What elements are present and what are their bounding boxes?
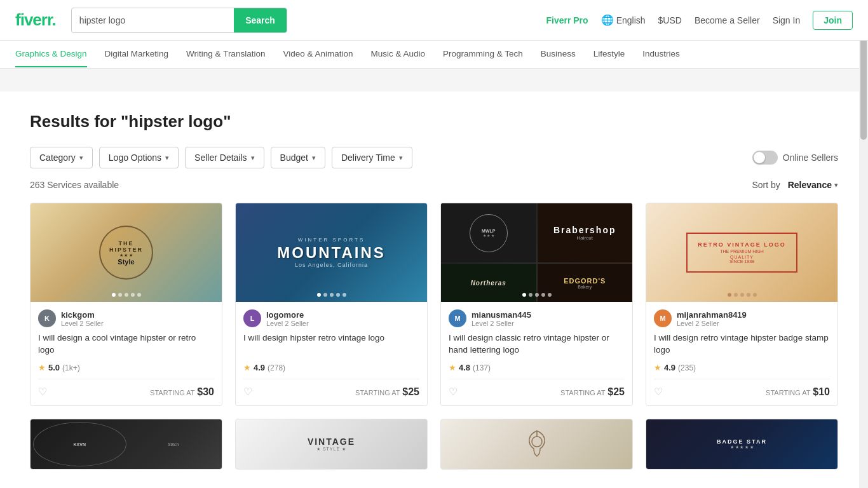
dot xyxy=(747,293,750,297)
language-selector[interactable]: 🌐 English xyxy=(601,14,646,26)
budget-filter[interactable]: Budget ▾ xyxy=(271,147,325,168)
sort-dropdown[interactable]: Sort by Relevance ▾ xyxy=(752,180,838,190)
svg-point-0 xyxy=(532,437,542,447)
online-sellers-toggle[interactable] xyxy=(752,151,778,165)
filters-row: Category ▾ Logo Options ▾ Seller Details… xyxy=(30,147,838,168)
dot xyxy=(734,293,738,297)
chevron-down-icon: ▾ xyxy=(165,154,169,162)
card-title: I will design classic retro vintage hips… xyxy=(449,332,625,356)
avatar: K xyxy=(38,309,56,327)
seller-info: M mianusman445 Level 2 Seller xyxy=(449,309,625,327)
seller-name[interactable]: kickgom xyxy=(61,310,104,320)
seller-info: M mijanrahman8419 Level 2 Seller xyxy=(654,309,830,327)
heart-icon[interactable]: ♡ xyxy=(243,386,252,398)
dot xyxy=(728,293,731,297)
rating-count: (137) xyxy=(473,363,491,372)
table-row[interactable]: THE HIPSTER ★ ★ ★ Style xyxy=(30,203,222,406)
results-count: 263 Services available xyxy=(30,180,119,190)
dot xyxy=(529,293,532,297)
currency-selector[interactable]: $USD xyxy=(658,15,682,25)
header: fiverr. Search Fiverr Pro 🌐 English $USD… xyxy=(0,0,868,41)
become-seller-link[interactable]: Become a Seller xyxy=(695,15,760,25)
scrollbar[interactable] xyxy=(859,0,868,485)
card-rating: ★ 4.8 (137) xyxy=(449,363,625,372)
seller-details-filter[interactable]: Seller Details ▾ xyxy=(185,147,264,168)
logo-options-filter[interactable]: Logo Options ▾ xyxy=(99,147,179,168)
card-footer: ♡ STARTING AT $10 xyxy=(654,379,830,398)
dot xyxy=(323,293,327,297)
sign-in-link[interactable]: Sign In xyxy=(773,15,801,25)
price-wrap: STARTING AT $10 xyxy=(766,386,830,398)
sidebar-item-digital-marketing[interactable]: Digital Marketing xyxy=(105,41,169,67)
list-item[interactable]: KXVN Stitch xyxy=(30,419,222,470)
list-item[interactable]: BADGE STAR ★ ★ ★ ★ ★ xyxy=(646,419,838,470)
join-button[interactable]: Join xyxy=(813,11,853,30)
chevron-down-icon: ▾ xyxy=(251,154,255,162)
heart-icon[interactable]: ♡ xyxy=(38,386,47,398)
card-footer: ♡ STARTING AT $30 xyxy=(38,379,214,398)
price-wrap: STARTING AT $30 xyxy=(150,386,214,398)
table-row[interactable]: WINTER SPORTS MOUNTAINS Los Angeles, Cal… xyxy=(235,203,428,406)
card-footer: ♡ STARTING AT $25 xyxy=(449,379,625,398)
sidebar-item-video-animation[interactable]: Video & Animation xyxy=(283,41,353,67)
list-item[interactable]: VINTAGE ★ STYLE ★ xyxy=(235,419,428,470)
category-filter[interactable]: Category ▾ xyxy=(30,147,93,168)
card-rating: ★ 4.9 (235) xyxy=(654,363,830,372)
seller-level: Level 2 Seller xyxy=(61,320,104,327)
sidebar-item-industries[interactable]: Industries xyxy=(642,41,680,67)
seller-name[interactable]: logomore xyxy=(266,310,309,320)
card-dots xyxy=(112,293,141,297)
starting-at-label: STARTING AT xyxy=(355,389,400,396)
card-image: THE HIPSTER ★ ★ ★ Style xyxy=(31,203,222,302)
star-icon: ★ xyxy=(38,363,46,372)
card-body: L logomore Level 2 Seller I will design … xyxy=(236,302,427,405)
seller-details: kickgom Level 2 Seller xyxy=(61,310,104,327)
seller-name[interactable]: mianusman445 xyxy=(471,310,531,320)
dot xyxy=(535,293,539,297)
card-image: RETRO VINTAGE LOGO THE PREMIUM HIGH QUAL… xyxy=(646,203,837,302)
chevron-down-icon: ▾ xyxy=(312,154,316,162)
card-image-overlay: RETRO VINTAGE LOGO THE PREMIUM HIGH QUAL… xyxy=(646,203,837,302)
delivery-time-filter[interactable]: Delivery Time ▾ xyxy=(332,147,412,168)
starting-at-label: STARTING AT xyxy=(150,389,194,396)
dot xyxy=(541,293,545,297)
card-rating: ★ 5.0 (1k+) xyxy=(38,363,214,372)
sidebar-item-music-audio[interactable]: Music & Audio xyxy=(371,41,426,67)
card-image-overlay: WINTER SPORTS MOUNTAINS Los Angeles, Cal… xyxy=(236,203,427,302)
main-content: Results for "hipster logo" Category ▾ Lo… xyxy=(15,92,853,485)
results-title: Results for "hipster logo" xyxy=(30,112,838,132)
price: $25 xyxy=(402,386,419,397)
starting-at-label: STARTING AT xyxy=(560,389,605,396)
sidebar-item-writing-translation[interactable]: Writing & Translation xyxy=(186,41,265,67)
fiverr-pro-link[interactable]: Fiverr Pro xyxy=(546,15,588,25)
list-item[interactable] xyxy=(440,419,633,470)
hero-banner xyxy=(0,69,868,92)
table-row[interactable]: MWLP ★ ★ ★ Brabershop Haircut Northeras xyxy=(440,203,633,406)
avatar: M xyxy=(654,309,672,327)
budget-filter-label: Budget xyxy=(280,152,308,163)
table-row[interactable]: RETRO VINTAGE LOGO THE PREMIUM HIGH QUAL… xyxy=(646,203,838,406)
category-nav: Graphics & Design Digital Marketing Writ… xyxy=(0,41,868,69)
sidebar-item-graphics-design[interactable]: Graphics & Design xyxy=(15,41,87,67)
sort-label: Sort by xyxy=(752,180,780,190)
card-image: MWLP ★ ★ ★ Brabershop Haircut Northeras xyxy=(441,203,632,302)
globe-icon: 🌐 xyxy=(601,14,614,26)
dot xyxy=(125,293,128,297)
seller-info: L logomore Level 2 Seller xyxy=(243,309,419,327)
logo-options-filter-label: Logo Options xyxy=(109,152,161,163)
heart-icon[interactable]: ♡ xyxy=(449,386,458,398)
card-rating: ★ 4.9 (278) xyxy=(243,363,419,372)
dot xyxy=(548,293,552,297)
logo[interactable]: fiverr. xyxy=(15,10,56,30)
search-button[interactable]: Search xyxy=(234,8,287,32)
sidebar-item-lifestyle[interactable]: Lifestyle xyxy=(593,41,625,67)
sidebar-item-programming-tech[interactable]: Programming & Tech xyxy=(443,41,523,67)
search-input[interactable] xyxy=(72,10,234,30)
heart-icon[interactable]: ♡ xyxy=(654,386,663,398)
chevron-down-icon: ▾ xyxy=(834,181,838,189)
logo-dot: . xyxy=(52,10,56,29)
sidebar-item-business[interactable]: Business xyxy=(541,41,576,67)
dot xyxy=(112,293,116,297)
seller-name[interactable]: mijanrahman8419 xyxy=(677,310,747,320)
category-filter-label: Category xyxy=(39,152,76,163)
